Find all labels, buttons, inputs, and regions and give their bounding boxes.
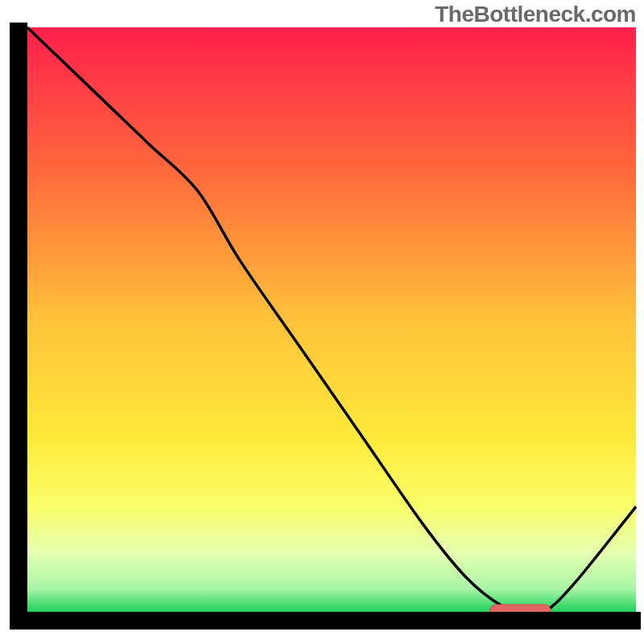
watermark-text: TheBottleneck.com — [435, 2, 636, 27]
bottleneck-chart — [0, 0, 644, 644]
chart-stage: TheBottleneck.com — [0, 0, 644, 644]
